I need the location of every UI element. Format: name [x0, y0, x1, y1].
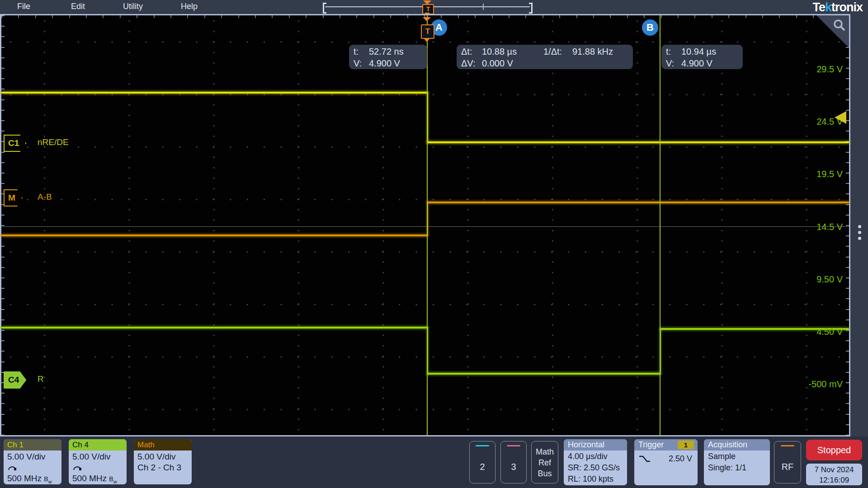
- ch4-badge[interactable]: Ch 4 5.00 V/div 500 MHz Bw: [69, 439, 127, 484]
- math-badge-title: Math: [134, 439, 192, 450]
- ch4-scale: 5.00 V/div: [72, 451, 123, 462]
- horizontal-panel[interactable]: Horizontal 4.00 µs/div SR: 2.50 GS/s RL:…: [564, 439, 627, 485]
- cursor-b-badge[interactable]: B: [642, 19, 658, 36]
- date-time: 7 Nov 2024 12:16:09: [806, 464, 862, 485]
- side-panel-handle[interactable]: [854, 222, 865, 243]
- menu-edit[interactable]: Edit: [71, 2, 85, 11]
- menu-help[interactable]: Help: [181, 2, 198, 11]
- ch2-color-bar: [476, 445, 489, 446]
- rf-button-label: RF: [774, 462, 801, 472]
- tektronix-logo: Tektronix: [812, 0, 863, 14]
- ch4-bandwidth: 500 MHz Bw: [72, 473, 123, 484]
- slider-right-bracket: [529, 3, 533, 14]
- trace-ch4-segment: [1, 327, 427, 328]
- magnifier-icon: [832, 18, 846, 33]
- right-edge-ticks: [846, 15, 849, 435]
- acquisition-mode: Sample: [708, 451, 766, 462]
- ch1-bandwidth: 500 MHz Bw: [7, 473, 58, 484]
- math-scale: 5.00 V/div: [137, 451, 188, 462]
- trigger-panel[interactable]: Trigger 1 2.50 V: [634, 439, 698, 485]
- acquisition-single: Single: 1/1: [708, 462, 766, 474]
- falling-edge-icon: [638, 455, 651, 463]
- cursor-b-line[interactable]: [660, 15, 660, 435]
- trace-ch1-segment: [427, 141, 849, 143]
- trigger-position-pin[interactable]: T: [421, 24, 434, 39]
- channel-3-button[interactable]: 3: [500, 441, 527, 483]
- channel-2-button[interactable]: 2: [469, 441, 495, 483]
- horizontal-scale: 4.00 µs/div: [568, 451, 623, 462]
- scale-label-4-50v: 4.50 V: [788, 327, 843, 337]
- rf-button[interactable]: RF: [774, 441, 801, 483]
- mrb-line1: Math: [532, 446, 558, 457]
- date: 7 Nov 2024: [806, 465, 862, 475]
- horizontal-title: Horizontal: [564, 439, 627, 450]
- trigger-level: 2.50 V: [669, 453, 692, 465]
- cursor-delta-readout: Δt:10.88 µs1/Δt:91.88 kHz ΔV:0.000 V: [457, 45, 633, 69]
- menu-utility[interactable]: Utility: [123, 2, 143, 11]
- trigger-position-pointer-icon: [424, 39, 429, 42]
- menu-bar: File Edit Utility Help T Tektronix: [0, 0, 868, 14]
- ch1-scale: 5.00 V/div: [7, 451, 58, 462]
- trigger-position-caret-icon: [423, 17, 431, 21]
- trace-math-segment: [1, 235, 427, 236]
- slider-center-tick: [483, 4, 484, 10]
- channel-level-arrow-icon[interactable]: [835, 111, 846, 124]
- ch1-badge-title: Ch 1: [4, 439, 61, 450]
- acquisition-panel[interactable]: Acquisition Sample Single: 1/1: [704, 439, 770, 485]
- mrb-line2: Ref: [532, 457, 558, 468]
- menu-file[interactable]: File: [17, 2, 30, 11]
- scale-label-neg500mv: -500 mV: [788, 379, 843, 389]
- probe-icon: [7, 465, 17, 470]
- time: 12:16:09: [806, 475, 862, 485]
- scale-label-19-5v: 19.5 V: [788, 169, 843, 179]
- horizontal-record-length: RL: 100 kpts: [568, 474, 623, 485]
- ch3-button-label: 3: [501, 462, 526, 472]
- slider-left-bracket: [323, 3, 326, 14]
- trigger-title: Trigger 1: [634, 439, 698, 450]
- graticule-grid: [1, 15, 849, 435]
- ch1-badge[interactable]: Ch 1 5.00 V/div 500 MHz Bw: [4, 439, 61, 484]
- ch3-color-bar: [507, 445, 520, 446]
- math-source: Ch 2 - Ch 3: [137, 462, 188, 473]
- bottom-bar: Ch 1 5.00 V/div 500 MHz Bw Ch 4 5.00 V/d…: [0, 436, 868, 488]
- math-ref-bus-button[interactable]: Math Ref Bus: [531, 441, 558, 483]
- cursor-a-readout: t:52.72 ns V:4.900 V: [349, 45, 427, 69]
- rf-color-bar: [781, 445, 794, 446]
- run-stop-status-button[interactable]: Stopped: [806, 440, 862, 460]
- cursor-a-line[interactable]: [427, 15, 428, 435]
- horizontal-sample-rate: SR: 2.50 GS/s: [568, 462, 623, 474]
- scale-label-29-5v: 29.5 V: [788, 64, 843, 75]
- channel-label-math: A-B: [38, 192, 52, 202]
- acquisition-title: Acquisition: [704, 439, 770, 450]
- math-badge[interactable]: Math 5.00 V/div Ch 2 - Ch 3: [134, 439, 192, 484]
- scale-label-14-5v: 14.5 V: [788, 222, 843, 232]
- trace-ch4-segment: [427, 373, 660, 375]
- scale-label-9-50v: 9.50 V: [788, 274, 843, 285]
- trace-ch1-segment: [1, 92, 427, 94]
- channel-label-c1: nRE/DE: [38, 137, 69, 147]
- channel-label-c4: R: [38, 374, 44, 384]
- cursor-b-readout: t:10.94 µs V:4.900 V: [661, 45, 743, 69]
- ch2-button-label: 2: [470, 462, 495, 472]
- math-zero-reference-line: [1, 226, 849, 227]
- probe-icon: [72, 465, 82, 470]
- trigger-source-chip: 1: [678, 441, 694, 449]
- ch4-badge-title: Ch 4: [69, 439, 127, 450]
- trace-math-segment: [427, 202, 849, 203]
- mrb-line3: Bus: [532, 468, 558, 479]
- waveform-display: A B T t:52.72 ns V:4.900 V Δt:10.88 µs1/…: [0, 14, 850, 436]
